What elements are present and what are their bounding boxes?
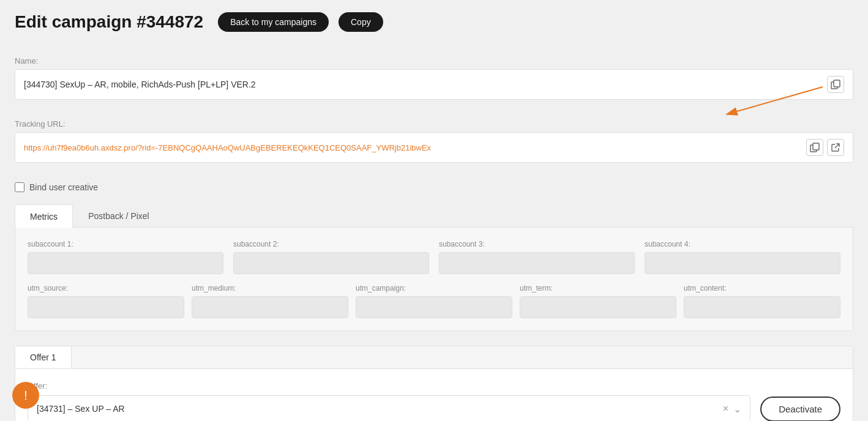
- subaccounts-row: subaccount 1: subaccount 2: subaccount 3…: [28, 240, 840, 274]
- subaccount-4-label: subaccount 4:: [645, 240, 840, 248]
- name-label: Name:: [15, 56, 853, 65]
- utm-term-input[interactable]: [520, 296, 676, 318]
- svg-rect-4: [813, 143, 819, 150]
- tracking-url-icons: [806, 139, 844, 156]
- bind-user-creative-label: Bind user creative: [29, 182, 98, 192]
- utm-source-input[interactable]: [28, 296, 184, 318]
- subaccount-4-field: subaccount 4:: [645, 240, 840, 274]
- utm-campaign-field: utm_campaign:: [356, 284, 512, 318]
- subaccount-3-field: subaccount 3:: [439, 240, 635, 274]
- svg-line-5: [835, 144, 839, 148]
- utm-term-field: utm_term:: [520, 284, 676, 318]
- back-to-campaigns-button[interactable]: Back to my campaigns: [218, 12, 329, 32]
- offer-select-icons: × ⌄: [723, 403, 741, 415]
- utm-term-label: utm_term:: [520, 284, 676, 292]
- subaccount-3-label: subaccount 3:: [439, 240, 635, 248]
- utm-source-label: utm_source:: [28, 284, 184, 292]
- utm-medium-label: utm_medium:: [192, 284, 348, 292]
- copy-button[interactable]: Copy: [339, 12, 383, 32]
- subaccount-2-field: subaccount 2:: [233, 240, 429, 274]
- tracking-url-wrapper: https://uh7f9ea0b6uh.axdsz.pro/?rid=-7EB…: [15, 132, 853, 163]
- name-input-wrapper: [344730] SexUp – AR, mobile, RichAds-Pus…: [15, 69, 853, 100]
- utm-campaign-input[interactable]: [356, 296, 512, 318]
- offer-select-wrapper[interactable]: [34731] – Sex UP – AR × ⌄: [28, 395, 750, 421]
- offer-tab-bar: Offer 1: [15, 346, 853, 369]
- notification-icon: !: [24, 389, 28, 403]
- tracking-url-text[interactable]: https://uh7f9ea0b6uh.axdsz.pro/?rid=-7EB…: [24, 143, 801, 152]
- tab-metrics[interactable]: Metrics: [15, 204, 73, 228]
- metrics-tabs: Metrics Postback / Pixel: [15, 204, 853, 228]
- subaccount-1-input[interactable]: [28, 252, 223, 274]
- offer-section: Offer 1 Offer: [34731] – Sex UP – AR × ⌄…: [15, 346, 853, 421]
- page-title: Edit campaign #344872: [15, 12, 203, 32]
- offer-field-label: Offer:: [28, 381, 840, 390]
- subaccount-2-label: subaccount 2:: [233, 240, 429, 248]
- subaccount-2-input[interactable]: [233, 252, 429, 274]
- tracking-url-label: Tracking URL:: [15, 119, 853, 129]
- subaccount-3-input[interactable]: [439, 252, 635, 274]
- name-field-group: Name: [344730] SexUp – AR, mobile, RichA…: [15, 47, 853, 105]
- name-input[interactable]: [344730] SexUp – AR, mobile, RichAds-Pus…: [24, 80, 827, 89]
- page-header: Edit campaign #344872 Back to my campaig…: [15, 12, 853, 32]
- offer-chevron-icon[interactable]: ⌄: [733, 403, 741, 415]
- tracking-url-external-link-icon[interactable]: [827, 139, 844, 156]
- tab-postback[interactable]: Postback / Pixel: [73, 204, 165, 227]
- svg-rect-1: [834, 80, 840, 87]
- deactivate-button[interactable]: Deactivate: [760, 397, 840, 422]
- utm-content-field: utm_content:: [684, 284, 840, 318]
- tracking-url-field-group: Tracking URL: https://uh7f9ea0b6uh.axdsz…: [15, 114, 853, 173]
- utm-source-field: utm_source:: [28, 284, 184, 318]
- subaccount-1-field: subaccount 1:: [28, 240, 223, 274]
- bind-user-creative-checkbox[interactable]: [15, 182, 24, 192]
- offer-body: Offer: [34731] – Sex UP – AR × ⌄ Deactiv…: [15, 369, 853, 421]
- offer-1-tab[interactable]: Offer 1: [15, 346, 72, 368]
- utm-medium-field: utm_medium:: [192, 284, 348, 318]
- offer-selected-value: [34731] – Sex UP – AR: [37, 404, 723, 414]
- bind-user-creative-row: Bind user creative: [15, 182, 853, 192]
- notification-button[interactable]: !: [12, 382, 39, 409]
- utm-row: utm_source: utm_medium: utm_campaign: ut…: [28, 284, 840, 318]
- tracking-url-copy-icon[interactable]: [806, 139, 823, 156]
- utm-content-input[interactable]: [684, 296, 840, 318]
- subaccount-1-label: subaccount 1:: [28, 240, 223, 248]
- name-copy-icon[interactable]: [827, 76, 844, 93]
- utm-medium-input[interactable]: [192, 296, 348, 318]
- utm-content-label: utm_content:: [684, 284, 840, 292]
- offer-select-row: [34731] – Sex UP – AR × ⌄ Deactivate: [28, 395, 840, 421]
- subaccount-4-input[interactable]: [645, 252, 840, 274]
- metrics-panel: subaccount 1: subaccount 2: subaccount 3…: [15, 228, 853, 331]
- offer-clear-icon[interactable]: ×: [723, 403, 728, 414]
- utm-campaign-label: utm_campaign:: [356, 284, 512, 292]
